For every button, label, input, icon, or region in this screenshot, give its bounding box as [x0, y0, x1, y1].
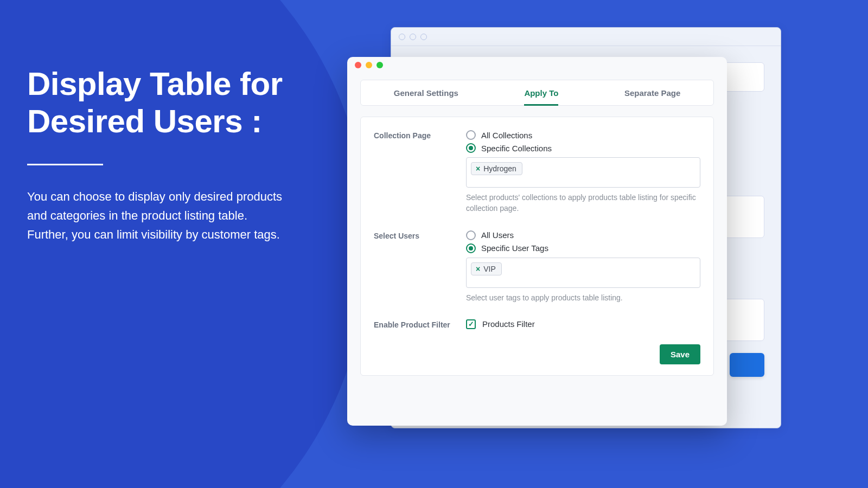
maximize-icon[interactable]	[376, 62, 383, 68]
chip-remove-icon[interactable]: ×	[476, 164, 480, 173]
checkbox-label: Products Filter	[482, 319, 535, 329]
collection-chip: × Hydrogen	[471, 162, 522, 175]
radio-label: Specific User Tags	[481, 243, 548, 253]
chip-label: Hydrogen	[483, 164, 516, 173]
traffic-dot-icon	[420, 34, 427, 40]
hero-title: Display Table for Desired Users :	[27, 65, 288, 140]
radio-label: All Collections	[481, 131, 532, 140]
radio-checked-icon	[466, 143, 476, 153]
radio-icon	[466, 130, 476, 140]
traffic-dot-icon	[399, 34, 405, 40]
collections-tag-input[interactable]: × Hydrogen	[466, 157, 700, 188]
products-filter-checkbox[interactable]: ✓ Products Filter	[466, 319, 700, 329]
collection-page-label: Collection Page	[374, 130, 466, 214]
user-tags-input[interactable]: × VIP	[466, 258, 700, 288]
tab-apply-to[interactable]: Apply To	[524, 80, 558, 106]
checkbox-checked-icon: ✓	[466, 319, 476, 329]
settings-window: General Settings Apply To Separate Page …	[347, 57, 727, 426]
traffic-dot-icon	[410, 34, 416, 40]
radio-specific-collections[interactable]: Specific Collections	[466, 143, 700, 153]
settings-window-titlebar	[347, 57, 727, 73]
tab-general-settings[interactable]: General Settings	[394, 80, 458, 106]
radio-checked-icon	[466, 243, 476, 253]
chip-label: VIP	[483, 265, 496, 273]
radio-all-users[interactable]: All Users	[466, 230, 700, 240]
collection-page-row: Collection Page All Collections Specific…	[374, 130, 700, 214]
tab-separate-page[interactable]: Separate Page	[624, 80, 680, 106]
hero-divider	[27, 164, 103, 165]
background-save-button	[730, 353, 764, 377]
radio-label: All Users	[481, 230, 514, 240]
minimize-icon[interactable]	[366, 62, 372, 68]
close-icon[interactable]	[355, 62, 361, 68]
select-users-row: Select Users All Users Specific User Tag…	[374, 230, 700, 303]
radio-specific-user-tags[interactable]: Specific User Tags	[466, 243, 700, 253]
apply-to-card: Collection Page All Collections Specific…	[360, 117, 714, 376]
user-tag-chip: × VIP	[471, 262, 502, 275]
select-users-label: Select Users	[374, 230, 466, 303]
enable-product-filter-row: Enable Product Filter ✓ Products Filter	[374, 319, 700, 329]
collection-help-text: Select products' collections to apply pr…	[466, 192, 700, 214]
enable-product-filter-label: Enable Product Filter	[374, 319, 466, 329]
users-help-text: Select user tags to apply products table…	[466, 292, 700, 303]
chip-remove-icon[interactable]: ×	[476, 265, 480, 273]
background-window-titlebar	[391, 28, 781, 46]
save-button[interactable]: Save	[660, 344, 700, 364]
hero-description: You can choose to display only desired p…	[27, 187, 288, 245]
radio-icon	[466, 230, 476, 240]
settings-tabs: General Settings Apply To Separate Page	[360, 80, 714, 106]
radio-all-collections[interactable]: All Collections	[466, 130, 700, 140]
radio-label: Specific Collections	[481, 144, 552, 153]
hero-text: Display Table for Desired Users : You ca…	[27, 65, 288, 245]
